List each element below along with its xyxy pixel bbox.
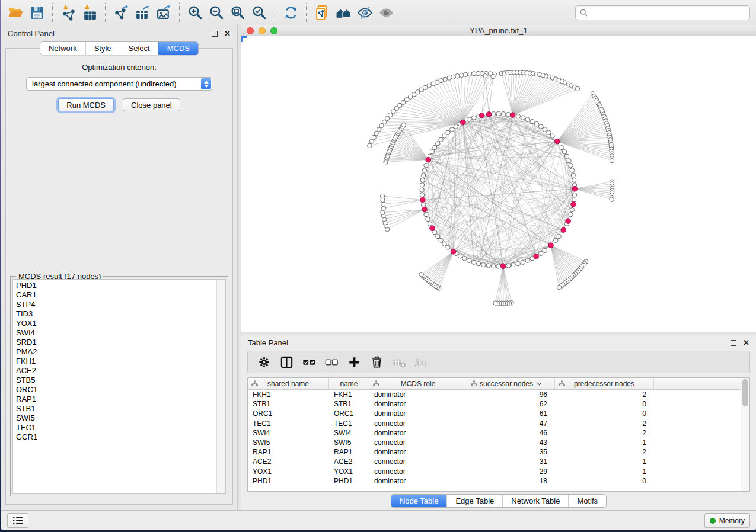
table-row[interactable]: YOX1YOX1connector291 <box>248 467 741 476</box>
cell-predecessor-nodes[interactable]: 1 <box>555 467 654 476</box>
mcds-result-item[interactable]: STB5 <box>13 376 216 385</box>
cell-name[interactable]: PHD1 <box>329 477 369 485</box>
cell-MCDS-role[interactable]: dominator <box>369 390 467 399</box>
export-image-icon[interactable] <box>153 2 174 23</box>
column-header-name[interactable]: name <box>329 378 369 389</box>
select-all-icon[interactable] <box>298 352 320 372</box>
settings-gear-icon[interactable] <box>253 352 275 372</box>
tab-edge-table[interactable]: Edge Table <box>446 495 502 507</box>
cell-successor-nodes[interactable]: 43 <box>467 438 555 447</box>
zoom-fit-icon[interactable] <box>227 2 248 23</box>
cell-MCDS-role[interactable]: dominator <box>369 448 467 456</box>
table-row[interactable]: FKH1FKH1dominator962 <box>248 390 741 399</box>
table-scrollbar-thumb[interactable] <box>742 379 748 406</box>
optimization-criterion-select[interactable]: largest connected component (undirected) <box>26 77 212 91</box>
float-table-panel-icon[interactable] <box>731 340 736 346</box>
mcds-result-item[interactable]: PMA2 <box>13 347 216 357</box>
search-input[interactable] <box>591 8 745 17</box>
cell-predecessor-nodes[interactable]: 0 <box>555 477 654 485</box>
cell-successor-nodes[interactable]: 31 <box>467 457 555 466</box>
cell-shared-name[interactable]: PHD1 <box>248 477 329 485</box>
cell-predecessor-nodes[interactable]: 1 <box>555 438 654 447</box>
show-all-icon[interactable] <box>375 2 397 23</box>
window-close-button[interactable] <box>247 27 254 34</box>
zoom-in-icon[interactable] <box>184 2 206 23</box>
cell-shared-name[interactable]: SWI5 <box>248 438 329 447</box>
delete-column-icon[interactable] <box>365 352 388 372</box>
table-row[interactable]: STB1STB1dominator620 <box>248 399 741 409</box>
cell-shared-name[interactable]: YOX1 <box>248 467 329 476</box>
cell-MCDS-role[interactable]: connector <box>369 457 467 466</box>
cell-shared-name[interactable]: ACE2 <box>248 457 329 466</box>
float-panel-icon[interactable] <box>212 31 218 37</box>
table-row[interactable]: SWI5SWI5connector431 <box>248 438 741 447</box>
mcds-result-item[interactable]: SWI4 <box>13 328 216 338</box>
open-file-icon[interactable] <box>5 2 26 23</box>
search-box[interactable] <box>575 5 750 20</box>
table-scrollbar[interactable] <box>741 378 749 491</box>
add-column-icon[interactable] <box>343 352 365 372</box>
column-header-shared-name[interactable]: shared name <box>248 378 329 389</box>
split-panel-icon[interactable] <box>275 352 298 372</box>
mcds-result-item[interactable]: STP4 <box>13 300 216 309</box>
cell-name[interactable]: FKH1 <box>329 390 369 399</box>
mcds-result-item[interactable]: SWI5 <box>13 414 216 423</box>
cell-MCDS-role[interactable]: dominator <box>369 409 467 418</box>
cell-name[interactable]: RAP1 <box>329 448 369 456</box>
cell-MCDS-role[interactable]: dominator <box>369 477 467 485</box>
cell-successor-nodes[interactable]: 18 <box>467 477 555 485</box>
cell-MCDS-role[interactable]: dominator <box>369 429 467 437</box>
column-header-predecessor-nodes[interactable]: predecessor nodes <box>555 378 654 389</box>
cell-successor-nodes[interactable]: 47 <box>467 419 555 428</box>
window-maximize-button[interactable] <box>270 27 277 34</box>
cell-predecessor-nodes[interactable]: 2 <box>555 429 654 437</box>
tab-mcds[interactable]: MCDS <box>158 42 198 55</box>
mcds-list-scrollbar[interactable] <box>216 280 225 493</box>
mcds-result-item[interactable]: RAP1 <box>13 395 216 404</box>
close-panel-icon[interactable]: ✕ <box>224 31 231 37</box>
window-minimize-button[interactable] <box>259 27 266 34</box>
mcds-result-item[interactable]: CAR1 <box>13 290 216 300</box>
cell-predecessor-nodes[interactable]: 2 <box>555 419 654 428</box>
task-history-button[interactable] <box>7 513 28 528</box>
cell-shared-name[interactable]: SWI4 <box>248 429 329 437</box>
cell-predecessor-nodes[interactable]: 2 <box>555 448 654 456</box>
cell-successor-nodes[interactable]: 29 <box>467 467 555 476</box>
tab-select[interactable]: Select <box>120 42 158 55</box>
cell-name[interactable]: SWI5 <box>329 438 369 447</box>
tab-style[interactable]: Style <box>85 42 120 55</box>
mcds-result-item[interactable]: ACE2 <box>13 366 216 376</box>
cell-name[interactable]: ACE2 <box>329 457 369 466</box>
cell-predecessor-nodes[interactable]: 1 <box>555 457 654 466</box>
vertical-splitter[interactable] <box>237 25 241 510</box>
cell-shared-name[interactable]: TEC1 <box>248 419 329 428</box>
import-table-icon[interactable] <box>79 2 100 23</box>
cell-name[interactable]: SWI4 <box>329 429 369 437</box>
cell-MCDS-role[interactable]: connector <box>369 467 467 476</box>
cell-successor-nodes[interactable]: 62 <box>467 400 555 408</box>
mcds-result-item[interactable]: ORC1 <box>13 385 216 395</box>
save-session-icon[interactable] <box>26 2 47 23</box>
cell-MCDS-role[interactable]: connector <box>369 419 467 428</box>
cell-predecessor-nodes[interactable]: 0 <box>555 409 654 418</box>
column-header-successor-nodes[interactable]: successor nodes <box>467 378 555 389</box>
table-row[interactable]: ACE2ACE2connector311 <box>248 457 741 466</box>
cell-shared-name[interactable]: RAP1 <box>248 448 329 456</box>
run-mcds-button[interactable]: Run MCDS <box>58 98 114 111</box>
cell-successor-nodes[interactable]: 35 <box>467 448 555 456</box>
table-row[interactable]: PHD1PHD1dominator180 <box>248 476 741 486</box>
tab-motifs[interactable]: Motifs <box>568 495 606 507</box>
column-header-MCDS-role[interactable]: MCDS role <box>369 378 467 389</box>
tab-node-table[interactable]: Node Table <box>391 495 447 507</box>
deselect-all-icon[interactable] <box>320 352 343 372</box>
network-canvas[interactable] <box>241 36 756 332</box>
export-network-icon[interactable] <box>110 2 132 23</box>
mcds-result-list[interactable]: PHD1CAR1STP4TID3YOX1SWI4SRD1PMA2FKH1ACE2… <box>12 279 226 494</box>
cell-successor-nodes[interactable]: 46 <box>467 429 555 437</box>
mcds-result-item[interactable]: SRD1 <box>13 338 216 347</box>
close-panel-button[interactable]: Close panel <box>123 98 180 111</box>
network-graph[interactable] <box>241 36 756 331</box>
table-row[interactable]: TEC1TEC1connector472 <box>248 419 741 428</box>
tab-network-table[interactable]: Network Table <box>502 495 568 507</box>
export-document-icon[interactable] <box>311 2 333 23</box>
